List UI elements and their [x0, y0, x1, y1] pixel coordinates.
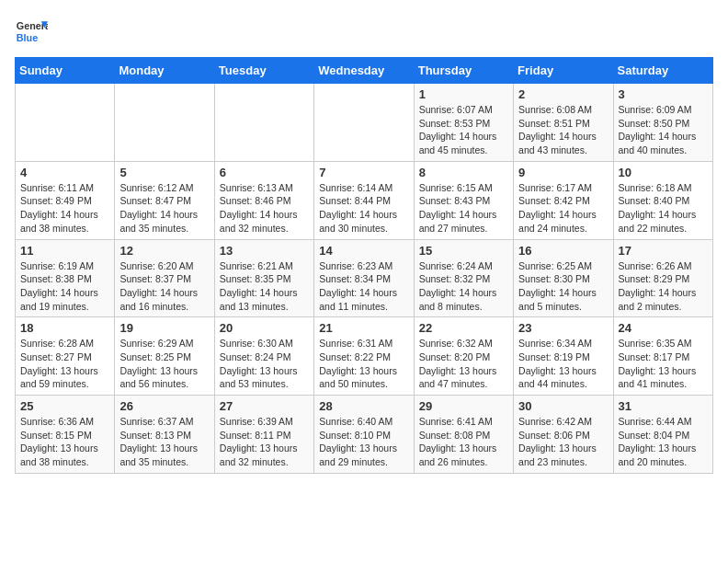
calendar-cell: 30Sunrise: 6:42 AM Sunset: 8:06 PM Dayli…: [514, 396, 613, 474]
day-info: Sunrise: 6:11 AM Sunset: 8:49 PM Dayligh…: [20, 181, 109, 236]
calendar-cell: [16, 84, 115, 162]
day-number: 9: [518, 166, 608, 179]
calendar-cell: 5Sunrise: 6:12 AM Sunset: 8:47 PM Daylig…: [115, 161, 214, 239]
calendar-cell: 3Sunrise: 6:09 AM Sunset: 8:50 PM Daylig…: [613, 84, 712, 162]
calendar-cell: 24Sunrise: 6:35 AM Sunset: 8:17 PM Dayli…: [613, 317, 712, 396]
day-info: Sunrise: 6:35 AM Sunset: 8:17 PM Dayligh…: [619, 337, 708, 391]
day-info: Sunrise: 6:29 AM Sunset: 8:25 PM Dayligh…: [119, 337, 209, 391]
day-number: 12: [119, 244, 209, 258]
day-number: 27: [220, 399, 309, 413]
calendar-cell: 20Sunrise: 6:30 AM Sunset: 8:24 PM Dayli…: [214, 317, 313, 396]
day-number: 14: [319, 244, 408, 258]
day-number: 22: [419, 321, 508, 335]
calendar-cell: 4Sunrise: 6:11 AM Sunset: 8:49 PM Daylig…: [16, 161, 115, 239]
day-number: 1: [419, 87, 508, 101]
day-info: Sunrise: 6:18 AM Sunset: 8:40 PM Dayligh…: [619, 181, 708, 236]
day-number: 3: [619, 87, 708, 101]
calendar-cell: 10Sunrise: 6:18 AM Sunset: 8:40 PM Dayli…: [613, 161, 712, 239]
day-number: 21: [319, 321, 408, 335]
calendar-table: SundayMondayTuesdayWednesdayThursdayFrid…: [15, 57, 713, 474]
calendar-cell: 15Sunrise: 6:24 AM Sunset: 8:32 PM Dayli…: [414, 239, 513, 317]
day-number: 8: [419, 166, 508, 179]
day-number: 24: [619, 321, 708, 335]
day-number: 18: [20, 321, 109, 335]
calendar-cell: 26Sunrise: 6:37 AM Sunset: 8:13 PM Dayli…: [115, 396, 214, 474]
header-sunday: Sunday: [16, 58, 115, 84]
day-info: Sunrise: 6:31 AM Sunset: 8:22 PM Dayligh…: [319, 337, 408, 391]
day-info: Sunrise: 6:08 AM Sunset: 8:51 PM Dayligh…: [518, 103, 608, 157]
day-number: 26: [119, 399, 209, 413]
day-info: Sunrise: 6:28 AM Sunset: 8:27 PM Dayligh…: [20, 337, 109, 391]
calendar-week-row: 25Sunrise: 6:36 AM Sunset: 8:15 PM Dayli…: [16, 396, 713, 474]
day-number: 23: [518, 321, 608, 335]
day-number: 20: [220, 321, 309, 335]
day-number: 19: [119, 321, 209, 335]
day-number: 11: [20, 244, 109, 258]
calendar-cell: 17Sunrise: 6:26 AM Sunset: 8:29 PM Dayli…: [613, 239, 712, 317]
calendar-cell: 9Sunrise: 6:17 AM Sunset: 8:42 PM Daylig…: [514, 161, 613, 239]
day-info: Sunrise: 6:23 AM Sunset: 8:34 PM Dayligh…: [319, 259, 408, 314]
day-info: Sunrise: 6:24 AM Sunset: 8:32 PM Dayligh…: [419, 259, 508, 314]
day-info: Sunrise: 6:09 AM Sunset: 8:50 PM Dayligh…: [619, 103, 708, 157]
day-number: 2: [518, 87, 608, 101]
day-number: 15: [419, 244, 508, 258]
day-info: Sunrise: 6:41 AM Sunset: 8:08 PM Dayligh…: [419, 415, 508, 469]
header-saturday: Saturday: [613, 58, 712, 84]
calendar-cell: 27Sunrise: 6:39 AM Sunset: 8:11 PM Dayli…: [214, 396, 313, 474]
calendar-cell: 1Sunrise: 6:07 AM Sunset: 8:53 PM Daylig…: [414, 84, 513, 162]
day-info: Sunrise: 6:40 AM Sunset: 8:10 PM Dayligh…: [319, 415, 408, 469]
calendar-cell: [314, 84, 414, 162]
day-info: Sunrise: 6:12 AM Sunset: 8:47 PM Dayligh…: [119, 181, 209, 236]
day-info: Sunrise: 6:15 AM Sunset: 8:43 PM Dayligh…: [419, 181, 508, 236]
day-number: 16: [518, 244, 608, 258]
day-info: Sunrise: 6:44 AM Sunset: 8:04 PM Dayligh…: [619, 415, 708, 469]
header-tuesday: Tuesday: [214, 58, 313, 84]
calendar-week-row: 4Sunrise: 6:11 AM Sunset: 8:49 PM Daylig…: [16, 161, 713, 239]
calendar-cell: [115, 84, 214, 162]
day-info: Sunrise: 6:14 AM Sunset: 8:44 PM Dayligh…: [319, 181, 408, 236]
day-number: 13: [220, 244, 309, 258]
logo: General Blue: [15, 15, 51, 48]
day-info: Sunrise: 6:19 AM Sunset: 8:38 PM Dayligh…: [20, 259, 109, 314]
calendar-week-row: 11Sunrise: 6:19 AM Sunset: 8:38 PM Dayli…: [16, 239, 713, 317]
calendar-cell: 13Sunrise: 6:21 AM Sunset: 8:35 PM Dayli…: [214, 239, 313, 317]
calendar-cell: 11Sunrise: 6:19 AM Sunset: 8:38 PM Dayli…: [16, 239, 115, 317]
day-number: 5: [119, 166, 209, 179]
calendar-cell: 12Sunrise: 6:20 AM Sunset: 8:37 PM Dayli…: [115, 239, 214, 317]
calendar-cell: 6Sunrise: 6:13 AM Sunset: 8:46 PM Daylig…: [214, 161, 313, 239]
calendar-week-row: 18Sunrise: 6:28 AM Sunset: 8:27 PM Dayli…: [16, 317, 713, 396]
day-info: Sunrise: 6:13 AM Sunset: 8:46 PM Dayligh…: [220, 181, 309, 236]
calendar-cell: 29Sunrise: 6:41 AM Sunset: 8:08 PM Dayli…: [414, 396, 513, 474]
page-header: General Blue: [15, 15, 713, 48]
day-info: Sunrise: 6:30 AM Sunset: 8:24 PM Dayligh…: [220, 337, 309, 391]
calendar-cell: 16Sunrise: 6:25 AM Sunset: 8:30 PM Dayli…: [514, 239, 613, 317]
header-wednesday: Wednesday: [314, 58, 414, 84]
day-info: Sunrise: 6:42 AM Sunset: 8:06 PM Dayligh…: [518, 415, 608, 469]
header-thursday: Thursday: [414, 58, 513, 84]
day-number: 17: [619, 244, 708, 258]
day-number: 10: [619, 166, 708, 179]
day-info: Sunrise: 6:17 AM Sunset: 8:42 PM Dayligh…: [518, 181, 608, 236]
day-info: Sunrise: 6:20 AM Sunset: 8:37 PM Dayligh…: [119, 259, 209, 314]
calendar-cell: 2Sunrise: 6:08 AM Sunset: 8:51 PM Daylig…: [514, 84, 613, 162]
calendar-cell: 21Sunrise: 6:31 AM Sunset: 8:22 PM Dayli…: [314, 317, 414, 396]
calendar-cell: 25Sunrise: 6:36 AM Sunset: 8:15 PM Dayli…: [16, 396, 115, 474]
calendar-cell: 18Sunrise: 6:28 AM Sunset: 8:27 PM Dayli…: [16, 317, 115, 396]
calendar-cell: 8Sunrise: 6:15 AM Sunset: 8:43 PM Daylig…: [414, 161, 513, 239]
day-info: Sunrise: 6:25 AM Sunset: 8:30 PM Dayligh…: [518, 259, 608, 314]
day-number: 30: [518, 399, 608, 413]
day-info: Sunrise: 6:07 AM Sunset: 8:53 PM Dayligh…: [419, 103, 508, 157]
calendar-cell: [214, 84, 313, 162]
day-info: Sunrise: 6:36 AM Sunset: 8:15 PM Dayligh…: [20, 415, 109, 469]
day-info: Sunrise: 6:21 AM Sunset: 8:35 PM Dayligh…: [220, 259, 309, 314]
calendar-cell: 7Sunrise: 6:14 AM Sunset: 8:44 PM Daylig…: [314, 161, 414, 239]
calendar-cell: 23Sunrise: 6:34 AM Sunset: 8:19 PM Dayli…: [514, 317, 613, 396]
calendar-cell: 31Sunrise: 6:44 AM Sunset: 8:04 PM Dayli…: [613, 396, 712, 474]
svg-text:Blue: Blue: [17, 32, 38, 43]
day-number: 4: [20, 166, 109, 179]
day-info: Sunrise: 6:26 AM Sunset: 8:29 PM Dayligh…: [619, 259, 708, 314]
day-info: Sunrise: 6:39 AM Sunset: 8:11 PM Dayligh…: [220, 415, 309, 469]
logo-icon: General Blue: [15, 15, 48, 48]
calendar-cell: 19Sunrise: 6:29 AM Sunset: 8:25 PM Dayli…: [115, 317, 214, 396]
calendar-cell: 28Sunrise: 6:40 AM Sunset: 8:10 PM Dayli…: [314, 396, 414, 474]
